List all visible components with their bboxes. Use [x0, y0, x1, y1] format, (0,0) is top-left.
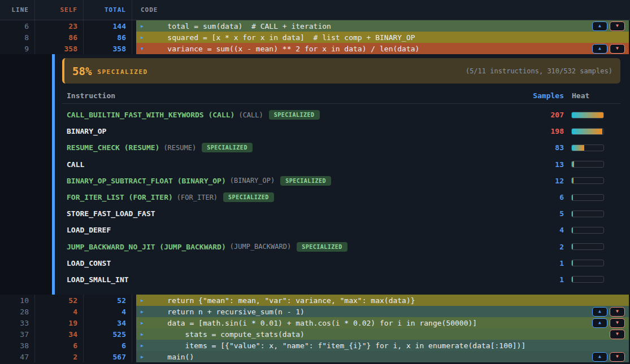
specialized-badge: SPECIALIZED	[280, 176, 331, 186]
opcode-name: LOAD_CONST	[67, 259, 111, 267]
code-line-row: 8 86 86 ▶ squared = [x * x for x in data…	[0, 32, 630, 43]
expand-arrow-icon[interactable]: ▶	[141, 35, 150, 40]
jump-up-button[interactable]: ▲	[592, 44, 607, 54]
opcode-family: (JUMP_BACKWARD)	[230, 243, 291, 251]
sample-count: 198	[503, 127, 571, 135]
jump-down-button[interactable]: ▼	[610, 330, 625, 339]
code-heat-cell[interactable]: ▶ main() ▲ ▼	[136, 351, 629, 362]
self-samples: 19	[35, 317, 84, 328]
code-line-row: 28 4 4 ▶ return n + recursive_sum(n - 1)…	[0, 306, 630, 317]
sample-count: 1	[503, 259, 571, 267]
self-samples: 6	[35, 340, 84, 351]
jump-down-button[interactable]: ▼	[610, 21, 625, 31]
instruction-table: Instruction Samples Heat CALL_BUILTIN_FA…	[62, 88, 620, 288]
heat-bar-fill	[572, 227, 573, 233]
sample-count: 12	[503, 177, 571, 185]
jump-down-button[interactable]: ▼	[610, 307, 625, 317]
specialized-badge: SPECIALIZED	[269, 110, 320, 120]
sample-count: 1	[503, 275, 571, 284]
specialized-label: SPECIALIZED	[97, 68, 147, 76]
self-samples: 52	[35, 295, 84, 306]
jump-up-button[interactable]: ▲	[592, 21, 607, 31]
column-header-code: CODE	[132, 0, 630, 20]
opcode-name: FOR_ITER_LIST (FOR_ITER)	[67, 193, 173, 201]
heat-bar	[571, 243, 620, 250]
instruction-row: BINARY_OP_SUBTRACT_FLOAT (BINARY_OP) (BI…	[62, 173, 620, 189]
heat-bar	[571, 276, 620, 283]
expand-arrow-icon[interactable]: ▶	[141, 298, 150, 303]
opcode-family: (CALL)	[238, 111, 263, 119]
instruction-row: LOAD_CONST 1	[62, 255, 620, 271]
file-table-header: LINE SELF TOTAL CODE	[0, 0, 630, 20]
self-samples: 358	[35, 43, 84, 54]
jump-up-button[interactable]: ▲	[592, 352, 607, 362]
heat-bar-fill	[572, 244, 573, 249]
instruction-row: CALL 13	[62, 156, 620, 173]
line-number: 28	[0, 306, 35, 317]
jump-down-button[interactable]: ▼	[610, 318, 625, 328]
code-line-row: 33 19 34 ▶ data = [math.sin(i * 0.01) + …	[0, 317, 630, 328]
source-code: items = [{"value": x, "name": f"item_{i}…	[150, 341, 525, 350]
heat-bar	[571, 161, 620, 168]
self-samples: 4	[35, 306, 84, 317]
total-samples: 525	[84, 328, 132, 340]
self-samples: 86	[35, 32, 84, 43]
expand-arrow-icon[interactable]: ▶	[141, 354, 150, 359]
self-samples: 34	[35, 328, 84, 340]
code-heat-cell[interactable]: ▶ squared = [x * x for x in data] # list…	[136, 32, 629, 43]
profiler-app: LINE SELF TOTAL CODE 6 23 144 ▶ total = …	[0, 0, 630, 364]
code-heat-cell[interactable]: ▶ items = [{"value": x, "name": f"item_{…	[136, 340, 629, 351]
expand-arrow-icon[interactable]: ▶	[141, 321, 150, 326]
instruction-rows: CALL_BUILTIN_FAST_WITH_KEYWORDS (CALL) (…	[62, 104, 620, 288]
heat-bar	[571, 112, 620, 119]
expand-arrow-icon[interactable]: ▶	[141, 309, 150, 314]
column-header-total: TOTAL	[84, 0, 132, 20]
code-heat-cell[interactable]: ▶ stats = compute_stats(data) ▼	[136, 328, 629, 340]
specialized-badge: SPECIALIZED	[223, 192, 274, 202]
line-number: 38	[0, 340, 35, 351]
total-samples: 4	[84, 306, 132, 317]
collapse-arrow-icon[interactable]: ▼	[141, 46, 150, 51]
instruction-row: JUMP_BACKWARD_NO_JIT (JUMP_BACKWARD) (JU…	[62, 239, 620, 255]
code-heat-cell[interactable]: ▶ data = [math.sin(i * 0.01) + math.cos(…	[136, 317, 629, 328]
source-code: stats = compute_stats(data)	[150, 330, 305, 339]
jump-up-button[interactable]: ▲	[592, 318, 607, 328]
jump-down-button[interactable]: ▼	[610, 352, 625, 362]
opcode-name: BINARY_OP	[67, 127, 106, 135]
jump-up-button[interactable]: ▲	[592, 307, 607, 317]
column-header-self: SELF	[35, 0, 84, 20]
self-samples: 23	[35, 20, 84, 32]
header-samples[interactable]: Samples	[503, 91, 571, 100]
expand-arrow-icon[interactable]: ▶	[141, 343, 150, 348]
total-samples: 86	[84, 32, 132, 43]
heat-bar-fill	[572, 195, 573, 200]
heat-bar-fill	[572, 112, 603, 118]
line-number: 10	[0, 295, 35, 306]
code-line-row-expanded: 9 358 358 ▼ variance = sum((x - mean) **…	[0, 43, 630, 54]
code-line-row: 47 2 567 ▶ main() ▲ ▼	[0, 351, 630, 362]
specialized-badge: SPECIALIZED	[297, 242, 347, 252]
code-heat-cell[interactable]: ▼ variance = sum((x - mean) ** 2 for x i…	[136, 43, 629, 54]
code-heat-cell[interactable]: ▶ total = sum(data) # CALL + iteration ▲…	[136, 20, 629, 32]
jump-down-button[interactable]: ▼	[610, 44, 625, 54]
specialized-percent: 58%	[72, 65, 92, 77]
source-code: return {"mean": mean, "var": variance, "…	[150, 296, 415, 305]
code-heat-cell[interactable]: ▶ return n + recursive_sum(n - 1) ▲ ▼	[136, 306, 629, 317]
expand-arrow-icon[interactable]: ▶	[141, 332, 150, 337]
heat-bar	[571, 128, 620, 135]
header-heat: Heat	[571, 91, 620, 100]
code-line-row: 10 52 52 ▶ return {"mean": mean, "var": …	[0, 295, 630, 306]
instruction-row: LOAD_DEREF 4	[62, 222, 620, 238]
heat-bar	[571, 227, 620, 234]
instruction-row: CALL_BUILTIN_FAST_WITH_KEYWORDS (CALL) (…	[62, 107, 620, 123]
expand-arrow-icon[interactable]: ▶	[141, 24, 150, 29]
total-samples: 34	[84, 317, 132, 328]
code-line-row: 6 23 144 ▶ total = sum(data) # CALL + it…	[0, 20, 630, 32]
instruction-row: LOAD_SMALL_INT 1	[62, 271, 620, 288]
opcode-family: (BINARY_OP)	[230, 177, 275, 185]
instruction-row: FOR_ITER_LIST (FOR_ITER) (FOR_ITER) SPEC…	[62, 189, 620, 205]
expansion-accent-line	[52, 54, 55, 295]
heat-bar-fill	[572, 161, 574, 167]
code-line-row: 38 6 6 ▶ items = [{"value": x, "name": f…	[0, 340, 630, 351]
code-heat-cell[interactable]: ▶ return {"mean": mean, "var": variance,…	[136, 295, 629, 306]
